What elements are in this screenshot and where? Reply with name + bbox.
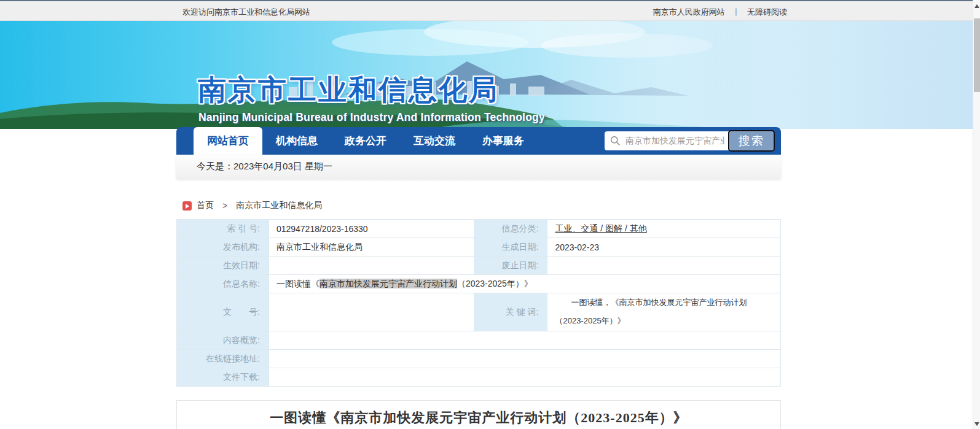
overview-value: [269, 331, 780, 350]
index-number-value: 012947218/2023-16330: [269, 220, 474, 238]
site-title-english: Nanjing Municipal Bureau of Industry And…: [198, 111, 545, 124]
nav-tab-services[interactable]: 办事服务: [469, 127, 538, 155]
table-row: 生效日期: 废止日期:: [177, 257, 781, 275]
banner-right-fade: [539, 21, 980, 129]
topbar-links: 南京市人民政府网站 丨 无障碍阅读: [651, 7, 790, 18]
index-number-label: 索 引 号:: [177, 220, 269, 238]
table-row: 在线链接地址:: [177, 350, 781, 368]
category-label: 信息分类:: [474, 220, 547, 238]
category-value-text[interactable]: 工业、交通 / 图解 / 其他: [555, 223, 646, 233]
article-box: 一图读懂《南京市加快发展元宇宙产业行动计划（2023-2025年）》: [176, 400, 781, 429]
generate-date-label: 生成日期:: [474, 238, 547, 257]
doc-number-value: [269, 293, 474, 331]
search-box: 搜索: [605, 131, 774, 150]
date-bar: 今天是：2023年04月03日 星期一: [176, 155, 781, 179]
breadcrumb: 首页 > 南京市工业和信息化局: [182, 200, 331, 211]
nav-tab-interaction[interactable]: 互动交流: [400, 127, 469, 155]
accessibility-link[interactable]: 无障碍阅读: [747, 7, 787, 17]
publisher-label: 发布机构:: [177, 238, 269, 257]
repeal-date-label: 废止日期:: [474, 257, 547, 275]
article-title: 一图读懂《南京市加快发展元宇宙产业行动计划（2023-2025年）》: [177, 409, 780, 427]
category-value: 工业、交通 / 图解 / 其他: [547, 220, 781, 238]
info-name-suffix: （2023-2025年）》: [457, 279, 533, 288]
keyword-value: 一图读懂，《南京市加快发展元宇宙产业行动计划（2023-2025年）》: [547, 293, 781, 331]
info-name-value: 一图读懂《南京市加快发展元宇宙产业行动计划（2023-2025年）》: [269, 275, 780, 293]
scroll-up-arrow-icon[interactable]: [974, 4, 979, 8]
effective-date-value: [269, 257, 474, 275]
topbar-separator: 丨: [732, 7, 740, 17]
nav-tab-home[interactable]: 网站首页: [194, 127, 262, 155]
nav-tab-gov-affairs[interactable]: 政务公开: [331, 127, 400, 155]
table-row: 索 引 号: 012947218/2023-16330 信息分类: 工业、交通 …: [177, 220, 781, 238]
scrollbar-thumb[interactable]: [974, 18, 980, 92]
site-title-chinese: 南京市工业和信息化局: [198, 71, 499, 109]
table-row: 发布机构: 南京市工业和信息化局 生成日期: 2023-02-23: [177, 238, 781, 257]
breadcrumb-home-link[interactable]: 首页: [197, 200, 214, 211]
table-row: 信息名称: 一图读懂《南京市加快发展元宇宙产业行动计划（2023-2025年）》: [177, 275, 781, 293]
doc-number-label: 文 号:: [177, 293, 269, 331]
keyword-label: 关 键 词:: [474, 293, 547, 331]
nav-tab-organization[interactable]: 机构信息: [262, 127, 331, 155]
vertical-scrollbar[interactable]: [973, 0, 980, 429]
overview-label: 内容概览:: [177, 331, 269, 350]
table-row: 文件下载:: [177, 368, 781, 387]
file-download-value: [269, 368, 780, 387]
repeal-date-value: [547, 257, 781, 275]
file-download-label: 文件下载:: [177, 368, 269, 387]
table-row: 文 号: 关 键 词: 一图读懂，《南京市加快发展元宇宙产业行动计划（2023-…: [177, 293, 781, 331]
info-name-highlighted-text: 南京市加快发展元宇宙产业行动计划: [319, 279, 457, 288]
online-link-value: [269, 350, 780, 368]
welcome-text: 欢迎访问南京市工业和信息化局网站: [182, 7, 310, 18]
search-button[interactable]: 搜索: [728, 130, 775, 152]
nav-tabs: 网站首页 机构信息 政务公开 互动交流 办事服务: [194, 127, 538, 155]
scroll-down-arrow-icon[interactable]: [974, 422, 979, 426]
generate-date-value: 2023-02-23: [547, 238, 781, 257]
info-name-label: 信息名称:: [177, 275, 269, 293]
main-navigation: 网站首页 机构信息 政务公开 互动交流 办事服务 搜索: [176, 127, 781, 155]
document-info-table: 索 引 号: 012947218/2023-16330 信息分类: 工业、交通 …: [176, 219, 781, 387]
top-utility-bar: 欢迎访问南京市工业和信息化局网站 南京市人民政府网站 丨 无障碍阅读: [0, 1, 980, 21]
breadcrumb-separator: >: [222, 201, 227, 211]
breadcrumb-home-icon: [182, 201, 192, 211]
breadcrumb-current: 南京市工业和信息化局: [236, 200, 322, 211]
table-row: 内容概览:: [177, 331, 781, 350]
info-name-prefix: 一图读懂《: [276, 279, 319, 288]
online-link-label: 在线链接地址:: [177, 350, 269, 368]
search-icon: [610, 136, 621, 146]
today-date-text: 今天是：2023年04月03日 星期一: [197, 161, 332, 172]
header-banner: 南京市工业和信息化局 Nanjing Municipal Bureau of I…: [0, 21, 980, 129]
effective-date-label: 生效日期:: [177, 257, 269, 275]
publisher-value: 南京市工业和信息化局: [269, 238, 474, 257]
gov-site-link[interactable]: 南京市人民政府网站: [653, 7, 725, 17]
